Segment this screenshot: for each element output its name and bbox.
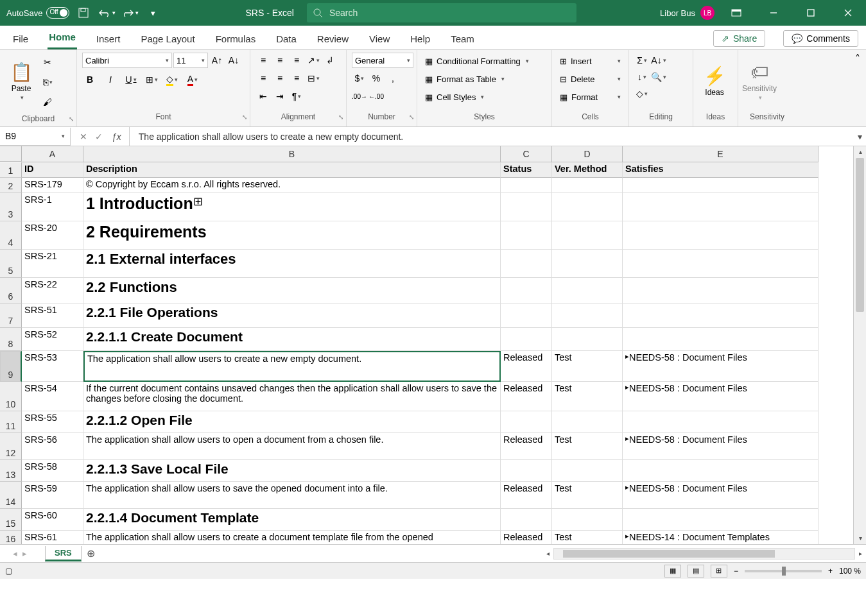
cell[interactable]: SRS-54 [22, 382, 83, 411]
header-satisfies[interactable]: Satisfies [623, 162, 818, 178]
row-header[interactable]: 2 [0, 178, 22, 193]
insert-cells-button[interactable]: ⊞Insert▾ [557, 53, 623, 69]
align-bottom-icon[interactable]: ≡ [289, 53, 304, 68]
cell[interactable] [552, 178, 623, 193]
tab-help[interactable]: Help [409, 30, 431, 49]
cell[interactable]: SRS-60 [22, 509, 83, 531]
row-header[interactable]: 16 [0, 531, 22, 544]
format-as-table-button[interactable]: ▦Format as Table▾ [422, 71, 546, 87]
increase-font-icon[interactable]: A↑ [209, 53, 225, 68]
col-header-e[interactable]: E [623, 146, 818, 162]
find-icon[interactable]: 🔍▾ [651, 69, 666, 85]
format-painter-icon[interactable]: 🖌 [40, 94, 55, 110]
sheet-nav-next-icon[interactable]: ▸ [22, 549, 27, 558]
col-header-d[interactable]: D [552, 146, 623, 162]
row-header[interactable]: 10 [0, 382, 22, 411]
paste-button[interactable]: 📋 Paste▾ [5, 53, 37, 109]
scroll-left-icon[interactable]: ◂ [542, 550, 553, 557]
cell[interactable]: The application shall allow users to sav… [83, 482, 501, 509]
user-account[interactable]: Libor Bus LB [660, 6, 714, 20]
page-break-view-icon[interactable]: ⊞ [711, 565, 727, 578]
cell[interactable]: 2 Requirements [83, 221, 501, 250]
tab-data[interactable]: Data [275, 30, 298, 49]
format-cells-button[interactable]: ▦Format▾ [557, 89, 623, 105]
accounting-icon[interactable]: $▾ [352, 71, 367, 86]
cell[interactable] [552, 221, 623, 250]
number-format-select[interactable]: General▾ [352, 53, 413, 68]
cell[interactable] [623, 328, 818, 351]
save-icon[interactable] [74, 4, 92, 22]
cell[interactable]: Released [501, 351, 552, 382]
cell[interactable]: SRS-56 [22, 433, 83, 460]
cell[interactable]: Released [501, 482, 552, 509]
zoom-out-icon[interactable]: − [734, 567, 738, 576]
cell-styles-button[interactable]: ▦Cell Styles▾ [422, 89, 546, 105]
row-header[interactable]: 15 [0, 509, 22, 531]
row-header[interactable]: 1 [0, 162, 22, 178]
cell[interactable]: NEEDS-58 : Document Files [623, 433, 818, 460]
cell[interactable] [501, 250, 552, 278]
row-header[interactable]: 11 [0, 411, 22, 433]
align-center-icon[interactable]: ≡ [272, 71, 288, 86]
cell[interactable]: 2.2.1.3 Save Local File [83, 460, 501, 482]
increase-indent-icon[interactable]: ⇥ [272, 89, 288, 104]
ideas-button[interactable]: ⚡Ideas [698, 53, 731, 109]
cancel-formula-icon[interactable]: ✕ [80, 132, 87, 142]
row-header[interactable]: 12 [0, 433, 22, 460]
cell[interactable]: SRS-53 [22, 351, 83, 382]
tab-insert[interactable]: Insert [95, 30, 122, 49]
align-right-icon[interactable]: ≡ [289, 71, 304, 86]
borders-icon[interactable]: ⊞▾ [144, 72, 159, 87]
row-header[interactable]: 14 [0, 482, 22, 509]
cell[interactable] [501, 178, 552, 193]
italic-button[interactable]: I [103, 72, 118, 87]
cell[interactable]: SRS-58 [22, 460, 83, 482]
decrease-decimal-icon[interactable]: ←.00 [368, 89, 384, 104]
dialog-launcher-icon[interactable]: ⤡ [409, 114, 414, 121]
search-box[interactable]: Search [307, 3, 576, 22]
cell[interactable] [501, 328, 552, 351]
fx-icon[interactable]: ƒx [112, 127, 130, 146]
cell[interactable]: SRS-1 [22, 193, 83, 221]
comments-button[interactable]: 💬Comments [783, 30, 858, 47]
rtl-icon[interactable]: ¶▾ [289, 89, 304, 104]
decrease-font-icon[interactable]: A↓ [226, 53, 241, 68]
cell[interactable] [501, 278, 552, 304]
cell[interactable] [623, 193, 818, 221]
delete-cells-button[interactable]: ⊟Delete▾ [557, 71, 623, 87]
cell[interactable] [623, 278, 818, 304]
align-middle-icon[interactable]: ≡ [272, 53, 288, 68]
autosum-icon[interactable]: Σ▾ [634, 53, 650, 68]
cell[interactable] [623, 178, 818, 193]
orientation-icon[interactable]: ↗▾ [306, 53, 321, 68]
cell[interactable]: Test [552, 482, 623, 509]
dialog-launcher-icon[interactable]: ⤡ [338, 114, 343, 121]
align-left-icon[interactable]: ≡ [255, 71, 271, 86]
row-header[interactable]: 7 [0, 304, 22, 328]
percent-icon[interactable]: % [368, 71, 384, 86]
cell[interactable]: 1 Introduction ⊞ [83, 193, 501, 221]
horizontal-scrollbar[interactable]: ◂ ▸ [483, 548, 866, 560]
row-header[interactable]: 9 [0, 351, 22, 382]
cell[interactable]: The application shall allow users to cre… [83, 351, 501, 382]
cell[interactable]: © Copyright by Eccam s.r.o. All rights r… [83, 178, 501, 193]
cell[interactable] [501, 221, 552, 250]
cell[interactable] [552, 304, 623, 328]
tab-team[interactable]: Team [449, 30, 476, 49]
minimize-icon[interactable] [758, 0, 789, 26]
cell[interactable]: SRS-61 [22, 531, 83, 544]
select-all-corner[interactable] [0, 146, 22, 162]
cell[interactable] [552, 509, 623, 531]
cell[interactable]: The application shall allow users to cre… [83, 531, 501, 544]
cell[interactable] [501, 509, 552, 531]
tab-file[interactable]: File [12, 30, 30, 49]
cut-icon[interactable]: ✂ [40, 55, 55, 70]
cell[interactable]: SRS-21 [22, 250, 83, 278]
cell[interactable]: 2.2.1.4 Document Template [83, 509, 501, 531]
cell[interactable]: SRS-179 [22, 178, 83, 193]
align-top-icon[interactable]: ≡ [255, 53, 271, 68]
header-description[interactable]: Description [83, 162, 501, 178]
font-color-icon[interactable]: A▾ [185, 72, 200, 87]
cell[interactable]: 2.2.1 File Operations [83, 304, 501, 328]
cell[interactable]: 2.2.1.1 Create Document [83, 328, 501, 351]
